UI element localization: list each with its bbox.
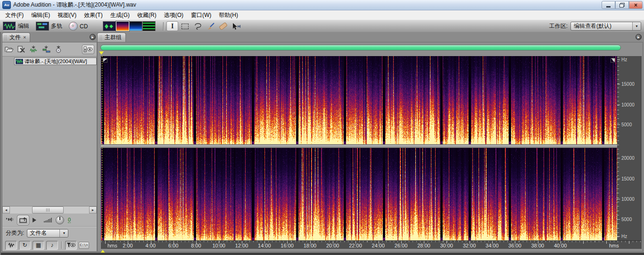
marquee-icon [182, 24, 189, 29]
sort-dropdown[interactable]: 文件名 ▼ [27, 229, 68, 238]
menu-item-2[interactable]: 编辑(E) [27, 10, 54, 20]
multitrack-icon [36, 22, 49, 31]
spectral-frequency-view-button[interactable] [116, 21, 129, 31]
timeline-tick-label: 12:00 [235, 243, 248, 248]
edit-view-label: 编辑 [18, 22, 29, 30]
scrollbar-track[interactable] [10, 206, 89, 214]
timeline-tick-label: 32:00 [463, 243, 476, 248]
scroll-right-icon[interactable]: ► [89, 206, 97, 214]
timeline-tick-label: 2:00 [123, 243, 132, 248]
lasso-selection-tool-button[interactable] [192, 21, 204, 31]
menu-item-3[interactable]: 视图(V) [54, 10, 80, 20]
import-to-multitrack-button[interactable] [42, 46, 51, 53]
effects-paintbrush-tool-button[interactable] [205, 21, 216, 31]
scroll-left-icon[interactable]: ◄ [2, 206, 10, 214]
file-list: 谭咏麟.-.[天地](2004)[WAV] [2, 56, 97, 206]
cd-icon [69, 22, 78, 31]
tab-grip-icon [4, 35, 7, 41]
timeline-tick-label: 6:00 [168, 243, 178, 248]
files-horizontal-scrollbar[interactable]: ◄ ► [2, 206, 97, 214]
filter-options-button[interactable] [65, 241, 77, 250]
minimize-button[interactable] [602, 1, 615, 9]
autoplay-toggle[interactable] [6, 216, 14, 224]
files-tab-label: 文件 [9, 33, 21, 41]
edit-view-button[interactable]: 编辑 [3, 22, 29, 31]
panel-menu-button[interactable]: ▶ [636, 34, 642, 40]
funnel-eye-icon [66, 242, 75, 248]
waveform-view-button[interactable] [103, 21, 116, 31]
show-options-toggle[interactable] [82, 45, 94, 54]
spectral-phase-view-button[interactable] [142, 21, 156, 31]
chevron-down-icon[interactable]: ▼ [59, 230, 68, 237]
close-file-button[interactable] [17, 46, 25, 53]
bottom-edge [1, 253, 644, 255]
view-mode-group [103, 21, 156, 31]
play-file-button[interactable] [33, 218, 36, 222]
panel-menu-button[interactable]: ▶ [90, 34, 96, 40]
import-to-cd-button[interactable] [55, 46, 63, 53]
spot-healing-brush-tool-button[interactable] [217, 21, 229, 31]
restore-button[interactable] [615, 1, 629, 9]
frequency-ruler[interactable]: Hz150001000050002000015000100005000Hz [617, 56, 642, 240]
app-icon: Au [2, 1, 11, 9]
close-button[interactable]: × [629, 1, 643, 9]
menu-item-7[interactable]: 选项(O) [160, 10, 187, 20]
import-to-edit-button[interactable] [29, 46, 38, 53]
show-audio-files-toggle[interactable] [5, 241, 17, 250]
loop-playback-toggle[interactable] [17, 215, 29, 225]
marquee-selection-tool-button[interactable] [179, 21, 191, 31]
frequency-label: Hz [621, 58, 627, 62]
scrub-tool-button[interactable] [230, 21, 242, 31]
scrub-cursor-icon [231, 23, 241, 30]
show-loop-files-toggle[interactable]: ↻ [19, 241, 31, 250]
menu-item-4[interactable]: 效果(T) [80, 10, 106, 20]
checkbox-eye-icon [83, 46, 93, 52]
files-panel-body: 谭咏麟.-.[天地](2004)[WAV] ◄ ► [2, 42, 97, 252]
filter-separator [61, 241, 62, 249]
file-name: 谭咏麟.-.[天地](2004)[WAV] [25, 58, 87, 65]
files-panel: 文件 × ▶ [2, 32, 97, 252]
menu-item-5[interactable]: 生成(G) [107, 10, 133, 20]
zoom-navigation-bar[interactable] [100, 45, 621, 50]
title-bar: Au Adobe Audition - 谭咏麟.-.[天地](2004)[WAV… [0, 0, 644, 10]
menu-item-9[interactable]: 帮助(H) [215, 10, 242, 20]
frequency-label: 5000 [621, 217, 632, 222]
volume-value[interactable]: 0 [68, 217, 71, 223]
spectrogram-right-channel[interactable] [101, 148, 617, 240]
playhead-line[interactable] [102, 56, 102, 240]
menu-item-6[interactable]: 收藏(R) [133, 10, 160, 20]
open-file-button[interactable] [5, 46, 14, 53]
spectral-pan-view-button[interactable] [129, 21, 142, 31]
multitrack-view-button[interactable]: 多轨 [36, 22, 62, 31]
selection-handle-right[interactable] [611, 58, 615, 63]
spectrogram-left-channel[interactable] [101, 56, 617, 144]
workspace-area: 文件 × ▶ [0, 32, 644, 255]
show-midi-files-toggle[interactable]: ♪ [46, 241, 58, 250]
cd-view-button[interactable]: CD [69, 22, 88, 31]
scrollbar-thumb[interactable] [32, 206, 64, 214]
tab-files[interactable]: 文件 × [2, 33, 30, 42]
playhead-marker-top[interactable] [99, 51, 104, 55]
selection-handle-left[interactable] [103, 58, 107, 63]
tab-main-group[interactable]: 主群组 [97, 33, 126, 42]
timeline-tick-label: 28:00 [417, 243, 430, 248]
show-video-files-toggle[interactable]: ▦ [33, 241, 44, 250]
chevron-down-icon[interactable]: ▼ [632, 22, 641, 30]
workspace-dropdown[interactable]: 编辑查看(默认) ▼ [570, 22, 641, 31]
volume-bars-icon [44, 218, 52, 222]
close-tab-icon[interactable]: × [23, 35, 26, 40]
multitrack-view-label: 多轨 [51, 22, 62, 30]
preview-volume-knob[interactable] [56, 216, 64, 224]
full-path-toggle[interactable]: C:\> [79, 242, 89, 249]
restore-icon [619, 3, 625, 8]
file-list-item[interactable]: 谭咏麟.-.[天地](2004)[WAV] [14, 58, 97, 65]
menu-item-8[interactable]: 窗口(W) [187, 10, 215, 20]
waveform-icon [8, 243, 15, 248]
time-selection-tool-button[interactable]: I [166, 21, 178, 31]
timeline-tick-label: 20:00 [326, 243, 339, 248]
timeline-tick-label: 38:00 [531, 243, 545, 248]
menu-item-1[interactable]: 文件(F) [1, 10, 27, 20]
channel-divider[interactable] [101, 144, 617, 148]
timeline-ruler[interactable]: hms2:004:006:008:0010:0012:0014:0016:001… [101, 240, 642, 249]
window-controls: × [602, 1, 643, 9]
